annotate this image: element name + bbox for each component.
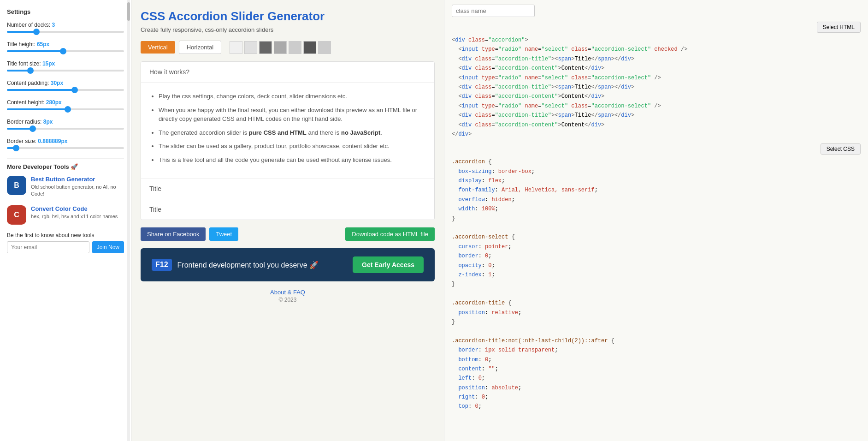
- setting-border-radius: Border radius: 8px: [7, 119, 124, 130]
- ad-banner: F12 Frontend development tool you deserv…: [141, 248, 435, 281]
- left-actions: Share on Facebook Tweet: [141, 227, 238, 241]
- css-block-container: Select CSS: [452, 143, 861, 157]
- html-block-container: Select HTML: [452, 22, 861, 36]
- swatch-3[interactable]: [259, 41, 272, 54]
- tool-icon-color-convert: C: [7, 205, 26, 225]
- subscribe-title: Be the first to know about new tools: [7, 232, 124, 238]
- btn-vertical[interactable]: Vertical: [141, 41, 175, 54]
- accordion-preview: How it works? Play the css settings, cha…: [141, 61, 435, 220]
- page-subtitle: Create fully responsive, css-only accord…: [141, 26, 435, 33]
- tool-item-color-convert[interactable]: C Convert Color Code hex, rgb, hsl, hsv …: [7, 205, 124, 225]
- class-name-input[interactable]: [452, 5, 535, 17]
- sidebar-title: Settings: [7, 5, 124, 15]
- sidebar: Settings Number of decks: 3 Title height…: [0, 0, 131, 441]
- more-tools-title: More Developer Tools 🚀: [7, 163, 124, 170]
- tool-icon-button-gen: B: [7, 176, 26, 195]
- setting-border-size: Border size: 0.888889px: [7, 138, 124, 149]
- ad-text: Frontend development tool you deserve 🚀: [177, 261, 353, 269]
- swatch-1[interactable]: [230, 41, 242, 54]
- tool-item-button-gen[interactable]: B Best Button Generator Old school butto…: [7, 176, 124, 198]
- select-html-button[interactable]: Select HTML: [817, 22, 861, 33]
- accordion-item-title-1[interactable]: Title: [141, 179, 434, 199]
- swatch-2[interactable]: [244, 41, 257, 54]
- setting-title-font-size: Title font size: 15px: [7, 60, 124, 72]
- list-item: The generated accordion slider is pure C…: [159, 128, 426, 137]
- subscribe-join-button[interactable]: Join Now: [92, 241, 124, 253]
- tweet-button[interactable]: Tweet: [209, 227, 238, 241]
- swatch-6[interactable]: [303, 41, 316, 54]
- swatch-4[interactable]: [274, 41, 287, 54]
- ad-cta-button[interactable]: Get Early Access: [353, 256, 424, 273]
- swatch-5[interactable]: [289, 41, 301, 54]
- action-row: Share on Facebook Tweet Download code as…: [141, 227, 435, 241]
- page-title: CSS Accordion Slider Generator: [141, 9, 435, 24]
- tool-desc-button-gen: Old school button generator, no AI, no C…: [31, 184, 124, 198]
- setting-title-height: Title height: 65px: [7, 41, 124, 52]
- more-tools-section: More Developer Tools 🚀 B Best Button Gen…: [7, 158, 124, 225]
- controls-row: Vertical Horizontal: [141, 41, 435, 54]
- setting-content-height: Content height: 280px: [7, 99, 124, 110]
- setting-content-padding: Content padding: 30px: [7, 80, 124, 91]
- footer-links[interactable]: About & FAQ: [141, 289, 435, 296]
- list-item: The slider can be used as a gallery, pro…: [159, 142, 426, 151]
- html-code-block: <div class="accordion"> <input type="rad…: [452, 36, 861, 139]
- ad-logo-box: F12: [152, 259, 172, 271]
- btn-horizontal[interactable]: Horizontal: [179, 41, 222, 54]
- subscribe-section: Be the first to know about new tools Joi…: [7, 232, 124, 253]
- css-code-block: .accordion { box-sizing: border-box; dis…: [452, 157, 861, 411]
- tool-title-button-gen: Best Button Generator: [31, 176, 124, 183]
- tool-desc-color-convert: hex, rgb, hsl, hsv and x11 color names: [31, 213, 118, 220]
- accordion-item-title-2[interactable]: Title: [141, 199, 434, 220]
- subscribe-email-input[interactable]: [7, 241, 89, 253]
- list-item: Play the css settings, change colors, de…: [159, 92, 426, 101]
- color-swatches: [230, 41, 331, 54]
- footer-copy: © 2023: [141, 297, 435, 303]
- accordion-header-how-it-works[interactable]: How it works?: [141, 62, 434, 83]
- setting-num-decks: Number of decks: 3: [7, 22, 124, 33]
- main-content: CSS Accordion Slider Generator Create fu…: [131, 0, 444, 441]
- swatch-7[interactable]: [318, 41, 331, 54]
- share-facebook-button[interactable]: Share on Facebook: [141, 227, 206, 241]
- download-button[interactable]: Download code as HTML file: [345, 227, 435, 241]
- footer-about-link[interactable]: About & FAQ: [270, 289, 305, 296]
- select-css-button[interactable]: Select CSS: [821, 143, 861, 155]
- ad-logo: F12: [152, 259, 172, 271]
- accordion-content-expanded: Play the css settings, change colors, de…: [141, 83, 434, 179]
- tool-title-color-convert: Convert Color Code: [31, 205, 118, 212]
- code-panel: Select HTML <div class="accordion"> <inp…: [444, 0, 868, 441]
- list-item: When you are happy with the final result…: [159, 106, 426, 124]
- list-item: This is a free tool and all the code you…: [159, 155, 426, 165]
